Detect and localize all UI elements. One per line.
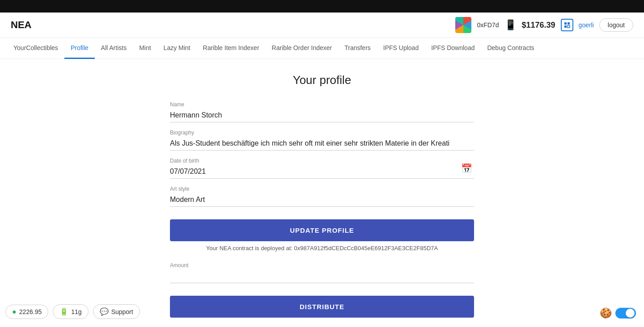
nav-item-transfers[interactable]: Transfers (338, 38, 377, 59)
cookie-icon: 🍪 (600, 307, 612, 319)
nav-item-profile[interactable]: Profile (64, 38, 95, 59)
distribute-button[interactable]: DISTRIBUTE (170, 296, 474, 318)
distribute-section: Amount DISTRIBUTE (170, 262, 474, 318)
svg-rect-0 (564, 22, 567, 25)
amount-field: Amount (170, 262, 474, 283)
amount-label: Amount (170, 262, 474, 268)
page-title: Your profile (293, 73, 352, 87)
biography-field: Biography (170, 130, 474, 151)
nav-item-ipfs-upload[interactable]: IPFS Upload (377, 38, 425, 59)
biography-input[interactable] (170, 137, 474, 151)
balance-display: $1176.39 (522, 21, 555, 30)
balance-icon: ● (12, 308, 17, 316)
balance-pill[interactable]: ● 2226.95 (5, 305, 48, 319)
wallet-address: 0xFD7d (477, 21, 499, 29)
support-pill[interactable]: 💬 Support (93, 304, 140, 319)
name-input[interactable] (170, 109, 474, 122)
cookie-toggle[interactable] (615, 308, 636, 319)
name-field: Name (170, 101, 474, 122)
svg-rect-2 (564, 25, 567, 28)
bottom-bar: ● 2226.95 🔋 11g 💬 Support (5, 304, 140, 319)
svg-rect-1 (568, 22, 570, 25)
amount-input[interactable] (170, 269, 474, 283)
calendar-icon[interactable]: 📅 (461, 163, 472, 174)
nav-item-mint[interactable]: Mint (133, 38, 157, 59)
svg-rect-3 (568, 25, 570, 28)
gas-amount: 11g (71, 308, 81, 315)
header: NEA 0xFD7d 📱 $1176.39 goerli logout (0, 13, 644, 38)
support-label: Support (111, 308, 133, 315)
dob-label: Date of birth (170, 158, 474, 164)
nav-item-rarible-item-indexer[interactable]: Rarible Item Indexer (197, 38, 266, 59)
gas-pill[interactable]: 🔋 11g (53, 304, 88, 319)
top-bar (0, 0, 644, 13)
app-logo: NEA (11, 19, 31, 31)
bottom-right: 🍪 (600, 307, 636, 319)
nav-item-all-artists[interactable]: All Artists (95, 38, 133, 59)
chain-icon (561, 19, 573, 31)
art-style-input[interactable] (170, 193, 474, 207)
contract-info: Your NEA contract is deployed at: 0x987A… (170, 245, 474, 252)
biography-label: Biography (170, 130, 474, 136)
nav-item-lazy-mint[interactable]: Lazy Mint (157, 38, 197, 59)
support-icon: 💬 (100, 307, 109, 316)
nav-item-rarible-order-indexer[interactable]: Rarible Order Indexer (266, 38, 339, 59)
phone-icon: 📱 (504, 19, 517, 31)
username: goerli (579, 21, 594, 29)
art-style-field: Art style (170, 186, 474, 207)
art-style-label: Art style (170, 186, 474, 192)
dob-field: Date of birth 📅 (170, 158, 474, 179)
wallet-avatar (455, 17, 471, 33)
nav-item-debug-contracts[interactable]: Debug Contracts (481, 38, 540, 59)
nav: YourCollectibles Profile All Artists Min… (0, 38, 644, 59)
dob-input[interactable] (170, 165, 474, 179)
nav-item-ipfs-download[interactable]: IPFS Download (425, 38, 481, 59)
name-label: Name (170, 101, 474, 108)
nav-item-your-collectibles[interactable]: YourCollectibles (7, 38, 64, 59)
header-right: 0xFD7d 📱 $1176.39 goerli logout (455, 17, 633, 33)
profile-form: Name Biography Date of birth 📅 Art style… (170, 101, 474, 318)
logout-button[interactable]: logout (599, 18, 633, 32)
main-content: Your profile Name Biography Date of birt… (0, 59, 644, 327)
update-profile-button[interactable]: UPDATE PROFILE (170, 219, 474, 241)
toggle-thumb (626, 309, 635, 318)
balance-amount: 2226.95 (19, 308, 42, 315)
gas-icon: 🔋 (59, 307, 68, 316)
